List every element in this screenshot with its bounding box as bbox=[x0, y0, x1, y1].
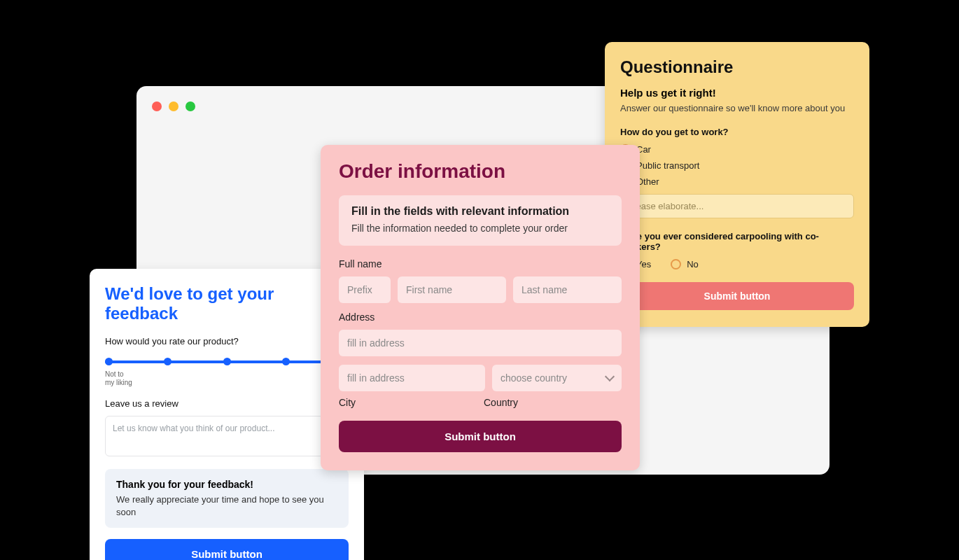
q2-options: Yes No bbox=[620, 259, 854, 270]
help-title: Help us get it right! bbox=[620, 87, 854, 99]
minimize-icon[interactable] bbox=[169, 102, 178, 111]
slider-dot[interactable] bbox=[105, 358, 113, 365]
questionnaire-intro: Help us get it right! Answer our questio… bbox=[620, 87, 854, 114]
question-2: Have you ever considered carpooling with… bbox=[620, 231, 854, 252]
fullname-row bbox=[339, 276, 622, 303]
order-card: Order information Fill in the fields wit… bbox=[321, 145, 640, 470]
slider-min-label: Not to my liking bbox=[105, 370, 349, 387]
lastname-input[interactable] bbox=[513, 276, 622, 303]
radio-no[interactable]: No bbox=[671, 259, 699, 270]
city-input[interactable] bbox=[339, 365, 485, 391]
firstname-input[interactable] bbox=[398, 276, 506, 303]
address-label: Address bbox=[339, 312, 622, 323]
city-label: City bbox=[339, 397, 477, 408]
review-label: Leave us a review bbox=[105, 398, 349, 409]
review-textarea[interactable] bbox=[105, 416, 349, 456]
questionnaire-card: Questionnaire Help us get it right! Answ… bbox=[605, 42, 869, 327]
country-select[interactable] bbox=[492, 365, 622, 391]
order-intro-panel: Fill in the fields with relevant informa… bbox=[339, 195, 622, 246]
radio-other[interactable]: Other bbox=[620, 176, 854, 187]
help-body: Answer our questionnaire so we'll know m… bbox=[620, 103, 845, 113]
panel-body: Fill the information needed to complete … bbox=[351, 223, 568, 234]
submit-button[interactable]: Submit button bbox=[620, 282, 854, 310]
thanks-panel: Thank you for your feedback! We really a… bbox=[105, 469, 349, 528]
rating-slider[interactable] bbox=[105, 358, 349, 365]
elaborate-input[interactable] bbox=[620, 194, 854, 218]
radio-car[interactable]: Car bbox=[620, 144, 854, 155]
slider-dot[interactable] bbox=[282, 358, 290, 365]
questionnaire-title: Questionnaire bbox=[620, 57, 854, 77]
slider-dot[interactable] bbox=[164, 358, 172, 365]
close-icon[interactable] bbox=[152, 102, 162, 111]
address-sublabels: City Country bbox=[339, 397, 622, 408]
question-1: How do you get to work? bbox=[620, 127, 854, 137]
radio-icon bbox=[671, 259, 681, 270]
radio-label: Public transport bbox=[636, 160, 699, 171]
q1-options: Car Public transport Other bbox=[620, 144, 854, 187]
address-input[interactable] bbox=[339, 330, 622, 356]
country-select-wrap bbox=[492, 365, 622, 391]
rate-question: How would you rate our product? bbox=[105, 336, 349, 346]
prefix-input[interactable] bbox=[339, 276, 391, 303]
maximize-icon[interactable] bbox=[186, 102, 195, 111]
radio-label: No bbox=[687, 259, 699, 270]
slider-dot[interactable] bbox=[223, 358, 231, 365]
thanks-body: We really appreciate your time and hope … bbox=[116, 494, 324, 517]
country-label: Country bbox=[484, 397, 622, 408]
fullname-label: Full name bbox=[339, 258, 622, 270]
submit-button[interactable]: Submit button bbox=[339, 421, 622, 452]
radio-public-transport[interactable]: Public transport bbox=[620, 160, 854, 171]
feedback-title: We'd love to get your feedback bbox=[105, 284, 349, 323]
submit-button[interactable]: Submit button bbox=[105, 539, 349, 560]
slider-dots bbox=[105, 358, 349, 365]
thanks-title: Thank you for your feedback! bbox=[116, 479, 337, 490]
traffic-lights bbox=[152, 102, 195, 111]
panel-title: Fill in the fields with relevant informa… bbox=[351, 205, 609, 218]
order-title: Order information bbox=[339, 160, 622, 183]
